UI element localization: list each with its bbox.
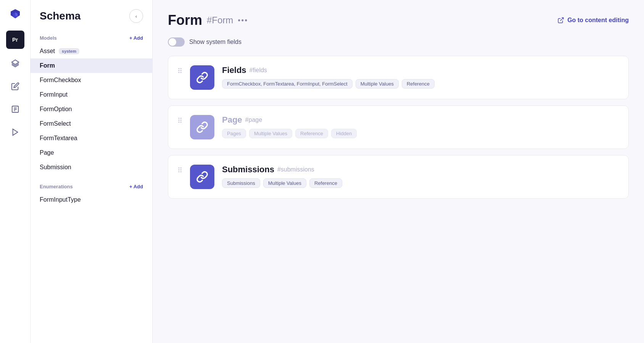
- icon-rail: Pr: [0, 0, 31, 343]
- add-enumeration-button[interactable]: + Add: [129, 184, 143, 189]
- enumerations-section-header: Enumerations + Add: [31, 181, 152, 193]
- drag-handle-page[interactable]: ⠿: [177, 116, 182, 125]
- models-label: Models: [40, 35, 57, 41]
- tag-multiple-values: Multiple Values: [356, 79, 399, 89]
- external-link-icon: [557, 17, 564, 24]
- model-item-submission[interactable]: Submission: [31, 160, 152, 175]
- model-item-asset[interactable]: Asset system: [31, 44, 152, 58]
- field-card-page: ⠿ Page #page Pages Multiple Values Refer…: [168, 105, 629, 149]
- tags-row-fields: FormCheckbox, FormTextarea, FormInput, F…: [222, 79, 619, 89]
- drag-handle-fields[interactable]: ⠿: [177, 67, 182, 75]
- title-area: Form #Form •••: [168, 12, 248, 28]
- layers-icon[interactable]: [7, 55, 24, 72]
- toggle-knob: [169, 38, 176, 46]
- user-avatar[interactable]: Pr: [6, 31, 24, 49]
- link-icon-page: [196, 121, 208, 133]
- system-fields-toggle-row: Show system fields: [168, 37, 629, 47]
- add-model-button[interactable]: + Add: [129, 35, 143, 41]
- main-header: Form #Form ••• Go to content editing: [168, 12, 629, 28]
- field-card-submissions: ⠿ Submissions #submissions Submissions M…: [168, 155, 629, 199]
- model-item-formoption[interactable]: FormOption: [31, 102, 152, 116]
- model-item-formtextarea[interactable]: FormTextarea: [31, 131, 152, 146]
- system-fields-toggle[interactable]: [168, 37, 185, 47]
- tag-reference-submissions: Reference: [309, 178, 342, 188]
- tag-multiple-values-page: Multiple Values: [249, 129, 292, 138]
- app-logo: [6, 6, 24, 24]
- models-section-header: Models + Add: [31, 32, 152, 44]
- tag-multiple-values-submissions: Multiple Values: [263, 178, 306, 188]
- field-name-submissions: Submissions: [222, 165, 274, 175]
- field-info-fields: Fields #fields FormCheckbox, FormTextare…: [222, 65, 619, 89]
- field-hash-submissions: #submissions: [277, 166, 314, 173]
- field-icon-page: [190, 115, 214, 139]
- field-info-submissions: Submissions #submissions Submissions Mul…: [222, 165, 619, 188]
- field-icon-fields: [190, 65, 214, 90]
- page-hash: #Form: [207, 15, 233, 26]
- play-icon[interactable]: [7, 124, 24, 141]
- tag-reference: Reference: [402, 79, 435, 89]
- enumerations-label: Enumerations: [40, 184, 73, 189]
- drag-handle-submissions[interactable]: ⠿: [177, 166, 182, 175]
- svg-marker-2: [13, 129, 18, 136]
- edit2-icon[interactable]: [7, 101, 24, 118]
- field-hash-page: #page: [245, 116, 262, 123]
- field-name-page: Page: [222, 115, 242, 125]
- sidebar: Schema ‹ Models + Add Asset system Form …: [31, 0, 153, 343]
- page-title: Form: [168, 12, 202, 28]
- more-options-button[interactable]: •••: [238, 16, 248, 25]
- field-info-page: Page #page Pages Multiple Values Referen…: [222, 115, 619, 138]
- collapse-button[interactable]: ‹: [129, 9, 143, 23]
- tags-row-page: Pages Multiple Values Reference Hidden: [222, 129, 619, 138]
- field-name-row-fields: Fields #fields: [222, 65, 619, 75]
- field-card-fields: ⠿ Fields #fields FormCheckbox, FormTexta…: [168, 56, 629, 99]
- edit-icon[interactable]: [7, 78, 24, 95]
- model-item-page[interactable]: Page: [31, 146, 152, 160]
- tag-submissions: Submissions: [222, 178, 260, 188]
- field-name-fields: Fields: [222, 65, 246, 75]
- field-icon-submissions: [190, 165, 214, 189]
- link-icon: [196, 71, 208, 84]
- svg-line-3: [560, 18, 564, 21]
- main-content: Form #Form ••• Go to content editing Sho…: [153, 0, 644, 343]
- model-item-formselect[interactable]: FormSelect: [31, 116, 152, 131]
- system-badge: system: [59, 48, 79, 54]
- tag-reference-page: Reference: [295, 129, 328, 138]
- tag-hidden-page: Hidden: [331, 129, 357, 138]
- field-name-row-page: Page #page: [222, 115, 619, 125]
- go-to-editing-link[interactable]: Go to content editing: [557, 17, 629, 24]
- link-icon-submissions: [196, 171, 208, 183]
- tags-row-submissions: Submissions Multiple Values Reference: [222, 178, 619, 188]
- toggle-label: Show system fields: [189, 39, 242, 45]
- field-hash-fields: #fields: [250, 67, 267, 74]
- model-item-forminputtype[interactable]: FormInputType: [31, 193, 152, 207]
- field-name-row-submissions: Submissions #submissions: [222, 165, 619, 175]
- model-item-formcheckbox[interactable]: FormCheckbox: [31, 73, 152, 87]
- tag-pages: Pages: [222, 129, 246, 138]
- model-item-form[interactable]: Form: [31, 58, 152, 73]
- model-item-forminput[interactable]: FormInput: [31, 87, 152, 102]
- tag-field-types: FormCheckbox, FormTextarea, FormInput, F…: [222, 79, 353, 89]
- sidebar-title: Schema: [40, 10, 80, 22]
- sidebar-header: Schema ‹: [31, 9, 152, 32]
